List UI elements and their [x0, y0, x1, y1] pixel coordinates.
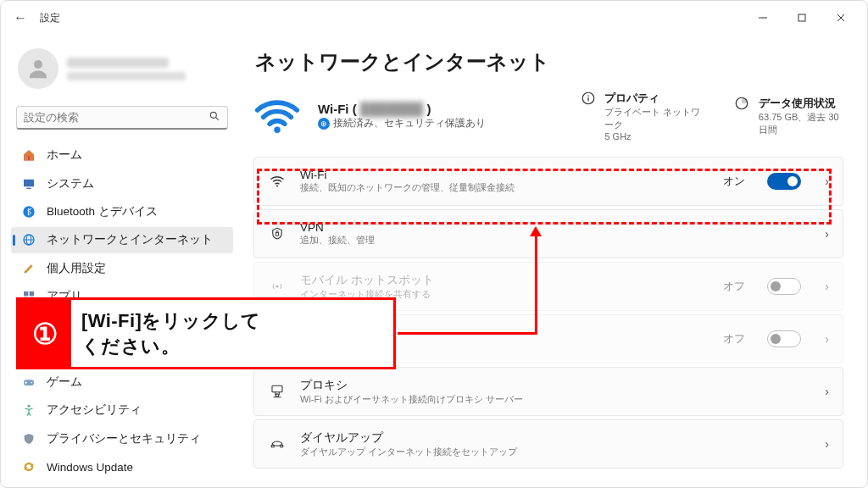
- proxy-icon: [268, 384, 287, 399]
- main-content: ネットワークとインターネット Wi-Fi ( ███████ ) ⊕ 接続済み、…: [238, 35, 867, 487]
- search-box[interactable]: [16, 106, 228, 130]
- svg-point-32: [275, 394, 278, 396]
- svg-rect-31: [272, 385, 282, 392]
- data-usage-icon: [734, 96, 749, 114]
- svg-rect-26: [587, 97, 588, 102]
- svg-point-5: [210, 112, 216, 118]
- brush-icon: [21, 261, 36, 276]
- svg-point-23: [274, 127, 280, 133]
- wifi-toggle[interactable]: [767, 173, 801, 190]
- chevron-right-icon: ›: [825, 280, 829, 293]
- bluetooth-icon: [21, 204, 36, 219]
- chevron-right-icon: ›: [825, 175, 829, 188]
- chevron-right-icon: ›: [825, 227, 829, 241]
- user-account-row[interactable]: [11, 42, 233, 101]
- maximize-button[interactable]: [782, 4, 821, 31]
- avatar-icon: [18, 48, 58, 89]
- system-icon: [21, 176, 36, 191]
- sidebar-item-label: プライバシーとセキュリティ: [47, 431, 201, 446]
- gaming-icon: [21, 374, 36, 390]
- airplane-state-label: オフ: [723, 332, 745, 347]
- wifi-icon: [268, 173, 287, 190]
- sidebar-item-label: アクセシビリティ: [47, 402, 142, 418]
- sidebar-item-system[interactable]: システム: [11, 170, 233, 197]
- annotation-text: [Wi-Fi]をリックして ください。: [71, 300, 393, 367]
- sidebar-item-label: ホーム: [47, 147, 82, 163]
- row-proxy[interactable]: プロキシ Wi-Fi およびイーサネット接続向けプロキシ サーバー ›: [253, 367, 843, 416]
- svg-point-10: [23, 206, 34, 217]
- row-dialup[interactable]: ダイヤルアップ ダイヤルアップ インターネット接続をセットアップ ›: [253, 419, 843, 469]
- row-wifi[interactable]: Wi-Fi 接続、既知のネットワークの管理、従量制課金接続 オン ›: [253, 157, 843, 206]
- svg-rect-14: [24, 291, 28, 296]
- svg-point-25: [587, 95, 589, 97]
- sidebar-item-bluetooth[interactable]: Bluetooth とデバイス: [11, 198, 233, 225]
- user-detail: [67, 72, 186, 80]
- annotation-step-number: ①: [19, 300, 71, 367]
- status-wifi-title: Wi-Fi ( ███████ ): [318, 102, 564, 116]
- sidebar-item-privacy[interactable]: プライバシーとセキュリティ: [11, 425, 233, 452]
- sidebar-item-label: 個人用設定: [47, 261, 106, 276]
- search-input[interactable]: [24, 111, 209, 124]
- status-wifi-sub: ⊕ 接続済み、セキュリティ保護あり: [318, 116, 564, 130]
- svg-rect-8: [24, 179, 34, 186]
- sidebar-item-label: ネットワークとインターネット: [47, 232, 213, 247]
- dialup-icon: [268, 436, 287, 452]
- network-icon: [21, 232, 36, 247]
- svg-point-21: [31, 382, 33, 384]
- sidebar-item-personalization[interactable]: 個人用設定: [11, 255, 233, 281]
- sidebar: ホーム システム Bluetooth とデバイス ネットワークとインターネット …: [1, 35, 238, 487]
- close-button[interactable]: [821, 4, 860, 31]
- sidebar-item-label: システム: [47, 176, 94, 191]
- page-title: ネットワークとインターネット: [255, 48, 843, 75]
- hotspot-icon: [268, 279, 287, 294]
- annotation-callout: ① [Wi-Fi]をリックして ください。: [16, 297, 396, 369]
- wifi-state-label: オン: [723, 175, 745, 189]
- minimize-button[interactable]: [743, 4, 782, 31]
- sidebar-item-label: Windows Update: [47, 461, 133, 474]
- wifi-large-icon: [253, 92, 301, 140]
- sidebar-item-network[interactable]: ネットワークとインターネット: [11, 227, 233, 253]
- svg-rect-1: [798, 14, 805, 21]
- sidebar-item-windows-update[interactable]: Windows Update: [11, 454, 233, 480]
- row-vpn[interactable]: VPN 追加、接続、管理 ›: [253, 209, 843, 258]
- sidebar-item-gaming[interactable]: ゲーム: [11, 369, 233, 395]
- hotspot-toggle[interactable]: [767, 278, 801, 295]
- svg-point-4: [34, 60, 42, 69]
- window-title: 設定: [40, 11, 60, 25]
- search-icon: [209, 110, 220, 125]
- chevron-right-icon: ›: [825, 385, 829, 398]
- sidebar-item-label: ゲーム: [47, 374, 82, 390]
- airplane-toggle[interactable]: [767, 330, 801, 347]
- home-icon: [21, 147, 36, 163]
- sidebar-item-accessibility[interactable]: アクセシビリティ: [11, 397, 233, 424]
- sidebar-item-home[interactable]: ホーム: [11, 141, 233, 168]
- svg-point-22: [28, 405, 31, 408]
- info-icon: [581, 91, 596, 109]
- chevron-right-icon: ›: [825, 332, 829, 346]
- globe-badge-icon: ⊕: [318, 118, 330, 130]
- svg-rect-15: [30, 291, 34, 296]
- svg-rect-9: [26, 187, 31, 188]
- accessibility-icon: [21, 402, 36, 418]
- svg-point-28: [276, 185, 278, 186]
- hotspot-state-label: オフ: [723, 280, 745, 294]
- shield-icon: [21, 431, 36, 446]
- properties-block[interactable]: プロパティ プライベート ネットワーク 5 GHz: [581, 91, 700, 141]
- svg-rect-7: [27, 156, 30, 160]
- user-name: [67, 58, 169, 68]
- svg-line-6: [216, 117, 219, 119]
- svg-point-30: [276, 286, 279, 288]
- data-usage-block[interactable]: データ使用状況 63.75 GB、過去 30 日間: [734, 96, 843, 136]
- svg-rect-29: [276, 233, 279, 236]
- back-button[interactable]: ←: [8, 10, 33, 25]
- chevron-right-icon: ›: [825, 437, 829, 451]
- vpn-shield-icon: [268, 226, 287, 241]
- update-icon: [21, 459, 36, 474]
- sidebar-item-label: Bluetooth とデバイス: [47, 204, 158, 219]
